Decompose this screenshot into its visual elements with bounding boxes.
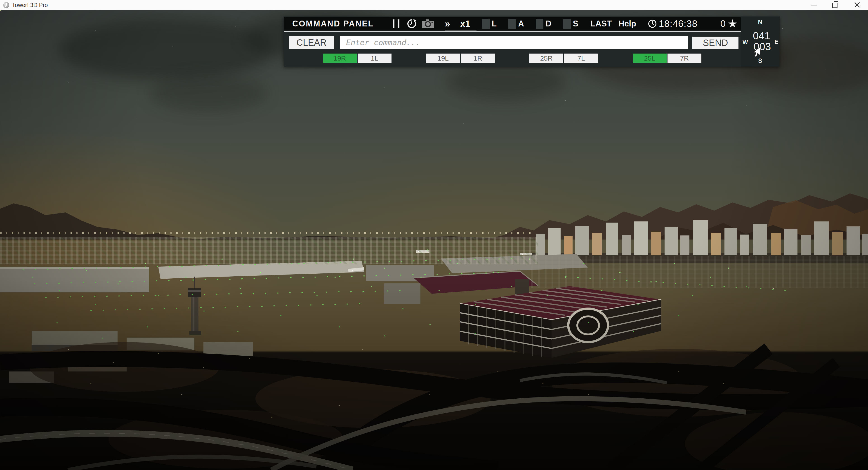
- parking-garage: [460, 286, 661, 358]
- clear-button[interactable]: CLEAR: [289, 36, 334, 49]
- compass-widget[interactable]: N S W E 041 003: [741, 17, 780, 67]
- toggle-departures[interactable]: D: [536, 19, 551, 29]
- checkbox-icon: [482, 19, 490, 29]
- pause-icon: [398, 20, 399, 28]
- camera-icon: [422, 19, 434, 28]
- compass-heading-secondary: 003: [754, 40, 771, 53]
- checkbox-icon: [536, 19, 544, 29]
- compass-south[interactable]: S: [758, 57, 762, 64]
- runway-button-7L[interactable]: 7L: [564, 54, 598, 63]
- command-panel: COMMAND PANEL » x1: [284, 17, 780, 67]
- toggle-landing[interactable]: L: [482, 19, 497, 29]
- runway-button-19L[interactable]: 19L: [426, 54, 460, 63]
- runway-button-1L[interactable]: 1L: [358, 54, 392, 63]
- runway-button-25R[interactable]: 25R: [529, 54, 563, 63]
- window-controls: [803, 0, 868, 10]
- suburb-lights: [0, 232, 531, 234]
- minimize-icon: [811, 5, 817, 5]
- runway-button-1R[interactable]: 1R: [461, 54, 495, 63]
- expand-button[interactable]: »: [445, 19, 450, 28]
- clock: 18:46:38: [648, 18, 698, 29]
- runway-button-19R[interactable]: 19R: [323, 54, 357, 63]
- checkbox-icon: [563, 19, 571, 29]
- command-input[interactable]: [340, 36, 688, 49]
- reset-time-icon: [407, 19, 416, 29]
- checkbox-icon: [508, 19, 516, 29]
- parking-lot-texture: [531, 256, 868, 288]
- star-icon: ★: [727, 19, 738, 28]
- send-button[interactable]: SEND: [692, 37, 739, 49]
- compass-east[interactable]: E: [774, 39, 778, 45]
- airport-3d-viewport[interactable]: [0, 10, 868, 470]
- sim-time: 18:46:38: [659, 18, 698, 29]
- last-command-button[interactable]: LAST: [590, 19, 612, 29]
- clock-icon: [648, 19, 657, 28]
- score-value: 0: [720, 18, 725, 29]
- score-display: 0 ★: [720, 18, 738, 29]
- app-icon: [3, 2, 9, 8]
- window-titlebar: Tower! 3D Pro: [0, 0, 868, 10]
- pause-icon: [393, 20, 395, 28]
- command-panel-title: COMMAND PANEL: [292, 19, 374, 29]
- close-button[interactable]: [846, 0, 868, 10]
- suburb-texture: [0, 237, 538, 264]
- sim-speed[interactable]: x1: [460, 19, 470, 29]
- help-button[interactable]: Help: [618, 19, 636, 29]
- restore-button[interactable]: [825, 0, 846, 10]
- window-title: Tower! 3D Pro: [12, 2, 48, 8]
- runway-button-25L[interactable]: 25L: [633, 54, 666, 63]
- runway-selector: 19R 1L 19L 1R 25R 7L 25L 7R: [323, 54, 702, 63]
- compass-west[interactable]: W: [743, 39, 748, 45]
- screenshot-button[interactable]: [422, 19, 434, 28]
- compass-north[interactable]: N: [758, 19, 763, 26]
- compass-heading-primary: 041: [753, 30, 770, 42]
- reset-time-button[interactable]: [407, 19, 416, 29]
- control-tower: [188, 277, 201, 335]
- pause-button[interactable]: [393, 20, 399, 28]
- panel-divider: [284, 31, 741, 32]
- command-panel-bar: COMMAND PANEL » x1: [284, 17, 741, 31]
- minimize-button[interactable]: [803, 0, 825, 10]
- restore-icon: [832, 3, 837, 8]
- runway-button-7R[interactable]: 7R: [668, 54, 702, 63]
- close-icon: [854, 2, 860, 8]
- toggle-arrivals[interactable]: A: [508, 19, 524, 29]
- toggle-strips[interactable]: S: [563, 19, 578, 29]
